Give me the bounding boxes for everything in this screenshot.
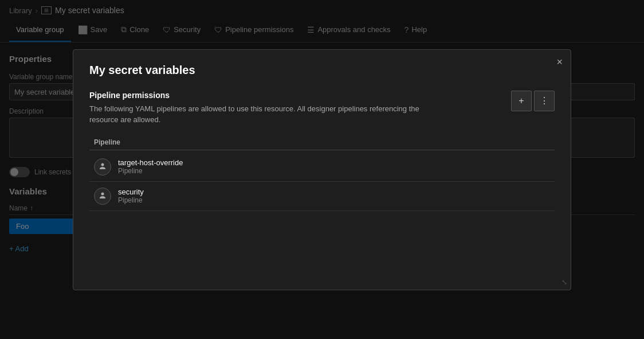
pipeline-name-1: target-host-override [118,158,183,167]
modal-resize-handle[interactable]: ⤡ [561,278,567,286]
pipeline-permissions-modal: My secret variables × Pipeline permissio… [73,49,571,290]
pipeline-col-header: Pipeline [89,135,555,150]
svg-point-1 [101,192,104,195]
permissions-actions: + ⋮ [511,91,555,111]
svg-point-0 [101,163,104,166]
pipeline-info-1: target-host-override Pipeline [118,158,183,175]
list-item: target-host-override Pipeline [89,153,555,182]
modal-close-button[interactable]: × [556,57,563,67]
pipeline-type-2: Pipeline [118,196,144,204]
modal-overlay[interactable]: My secret variables × Pipeline permissio… [0,0,644,339]
pipeline-avatar-2 [94,188,111,205]
modal-title: My secret variables [89,64,555,77]
pipeline-name-2: security [118,188,144,196]
permissions-heading: Pipeline permissions [89,91,433,100]
more-options-button[interactable]: ⋮ [534,91,555,111]
add-pipeline-button[interactable]: + [511,91,532,111]
list-item: security Pipeline [89,182,555,211]
permissions-description: The following YAML pipelines are allowed… [89,103,433,126]
pipeline-icon-2 [98,192,107,201]
pipeline-info-2: security Pipeline [118,188,144,204]
pipeline-type-1: Pipeline [118,167,183,175]
permissions-info: Pipeline permissions The following YAML … [89,91,433,126]
pipeline-avatar-1 [94,158,111,176]
pipeline-icon-1 [98,162,107,172]
permissions-header: Pipeline permissions The following YAML … [89,91,555,126]
